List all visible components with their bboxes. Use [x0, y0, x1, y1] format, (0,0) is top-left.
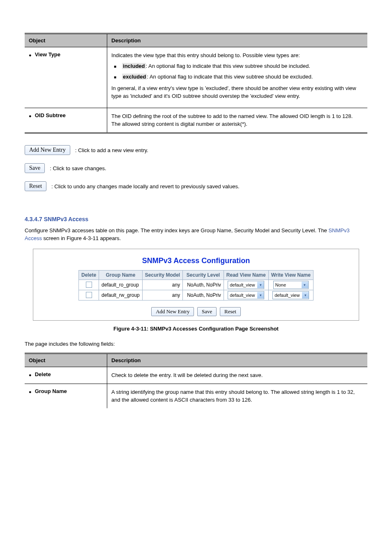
chevron-down-icon: ▾: [257, 292, 264, 298]
bullet-icon: ●: [29, 371, 32, 379]
th-description: Description: [107, 34, 368, 47]
square-icon: ■: [114, 74, 116, 81]
figure-caption: Figure 4-3-11: SNMPv3 Accesses Configura…: [25, 326, 367, 332]
col-security-model: Security Model: [142, 270, 182, 280]
add-new-entry-button[interactable]: Add New Entry: [25, 145, 70, 155]
table-row: default_ro_group any NoAuth, NoPriv defa…: [79, 280, 314, 290]
row-object-oid-subtree: OID Subtree: [35, 112, 66, 118]
option-included-label: included: [122, 63, 145, 69]
row-object-view-type: View Type: [35, 51, 60, 58]
bullet-icon: ●: [29, 51, 32, 59]
section-intro: Configure SNMPv3 accesses table on this …: [25, 227, 367, 243]
col-write-view: Write View Name: [268, 270, 313, 280]
col-group-name: Group Name: [99, 270, 143, 280]
bullet-icon: ●: [29, 388, 32, 395]
reset-desc: : Click to undo any changes made locally…: [51, 181, 239, 191]
reset-button[interactable]: Reset: [25, 181, 46, 191]
table-row: default_rw_group any NoAuth, NoPriv defa…: [79, 290, 314, 300]
th-object-2: Object: [25, 354, 107, 367]
panel-add-new-entry-button[interactable]: Add New Entry: [151, 307, 194, 316]
cell-sec-level: NoAuth, NoPriv: [183, 280, 224, 290]
cell-sec-level: NoAuth, NoPriv: [183, 290, 224, 300]
access-fields-table: Object Description ● Delete Check to del…: [25, 353, 367, 408]
col-security-level: Security Level: [183, 270, 224, 280]
chevron-down-icon: ▾: [302, 282, 308, 288]
row-object-group-name: Group Name: [35, 388, 67, 394]
panel-title: SNMPv3 Access Configuration: [37, 257, 355, 265]
option-included-text: : An optional flag to indicate that this…: [146, 63, 310, 69]
section-heading: 4.3.4.7 SNMPv3 Access: [25, 216, 367, 222]
square-icon: ■: [114, 63, 116, 70]
chevron-down-icon: ▾: [302, 292, 309, 298]
delete-checkbox[interactable]: [86, 282, 92, 288]
cell-group-name: default_ro_group: [99, 280, 143, 290]
panel-save-button[interactable]: Save: [197, 307, 217, 316]
oid-subtree-desc: The OID defining the root of the subtree…: [111, 112, 363, 128]
delete-checkbox[interactable]: [86, 292, 92, 298]
cell-group-name: default_rw_group: [99, 290, 143, 300]
panel-reset-button[interactable]: Reset: [220, 307, 241, 316]
th-object: Object: [25, 34, 107, 47]
access-grid: Delete Group Name Security Model Securit…: [78, 270, 314, 301]
chevron-down-icon: ▾: [257, 282, 264, 288]
bullet-icon: ●: [29, 112, 32, 120]
save-desc: : Click to save changes.: [50, 163, 106, 173]
add-new-entry-desc: : Click to add a new view entry.: [75, 147, 148, 153]
col-delete: Delete: [79, 270, 99, 280]
row-object-delete: Delete: [35, 371, 51, 377]
th-description-2: Description: [107, 354, 368, 367]
view-type-intro: Indicates the view type that this entry …: [111, 51, 363, 60]
save-button[interactable]: Save: [25, 163, 45, 173]
write-view-select[interactable]: default_view ▾: [272, 291, 309, 299]
option-excluded-label: excluded: [122, 74, 147, 80]
write-view-select[interactable]: None ▾: [273, 281, 309, 289]
delete-desc: Check to delete the entry. It will be de…: [111, 371, 363, 379]
snmpv3-access-panel: SNMPv3 Access Configuration Delete Group…: [33, 249, 359, 321]
view-type-note: In general, if a view entry's view type …: [111, 84, 363, 100]
cell-sec-model: any: [142, 280, 182, 290]
cell-sec-model: any: [142, 290, 182, 300]
group-name-desc: A string identifying the group name that…: [111, 388, 363, 404]
read-view-select[interactable]: default_view ▾: [228, 291, 264, 299]
page-fields-intro: The page includes the following fields:: [25, 340, 367, 348]
option-excluded-text: : An optional flag to indicate that this…: [147, 74, 313, 80]
col-read-view: Read View Name: [224, 270, 268, 280]
view-type-table: Object Description ● View Type Indicates…: [25, 33, 367, 134]
read-view-select[interactable]: default_view ▾: [228, 281, 264, 289]
